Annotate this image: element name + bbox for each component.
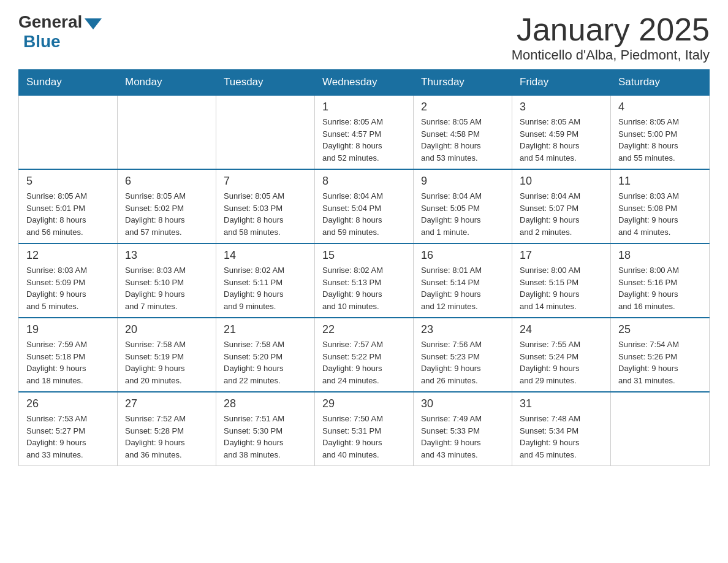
- calendar-day-30: 30Sunrise: 7:49 AMSunset: 5:33 PMDayligh…: [414, 392, 512, 466]
- day-number: 14: [224, 249, 307, 262]
- calendar-day-25: 25Sunrise: 7:54 AMSunset: 5:26 PMDayligh…: [611, 318, 710, 392]
- day-info: Sunrise: 8:03 AMSunset: 5:10 PMDaylight:…: [125, 264, 208, 312]
- calendar-day-18: 18Sunrise: 8:00 AMSunset: 5:16 PMDayligh…: [611, 243, 710, 318]
- day-number: 1: [322, 101, 406, 113]
- day-info: Sunrise: 7:58 AMSunset: 5:20 PMDaylight:…: [224, 339, 307, 386]
- day-number: 27: [125, 397, 208, 410]
- calendar-day-14: 14Sunrise: 8:02 AMSunset: 5:11 PMDayligh…: [216, 243, 315, 318]
- calendar-day-5: 5Sunrise: 8:05 AMSunset: 5:01 PMDaylight…: [19, 169, 118, 243]
- weekday-header-wednesday: Wednesday: [315, 70, 414, 96]
- weekday-header-monday: Monday: [118, 70, 216, 96]
- page-header: General Blue January 2025 Monticello d'A…: [18, 12, 710, 63]
- day-number: 8: [322, 175, 406, 188]
- calendar-day-empty: [118, 95, 216, 169]
- day-number: 22: [322, 323, 406, 336]
- calendar-day-7: 7Sunrise: 8:05 AMSunset: 5:03 PMDaylight…: [216, 169, 315, 243]
- location-title: Monticello d'Alba, Piedmont, Italy: [512, 47, 710, 63]
- logo-blue-text: Blue: [23, 32, 61, 52]
- calendar-day-31: 31Sunrise: 7:48 AMSunset: 5:34 PMDayligh…: [512, 392, 611, 466]
- calendar-day-24: 24Sunrise: 7:55 AMSunset: 5:24 PMDayligh…: [512, 318, 611, 392]
- day-number: 15: [322, 249, 406, 262]
- day-info: Sunrise: 8:03 AMSunset: 5:09 PMDaylight:…: [26, 264, 110, 312]
- day-info: Sunrise: 7:53 AMSunset: 5:27 PMDaylight:…: [26, 413, 110, 461]
- weekday-header-thursday: Thursday: [414, 70, 512, 96]
- calendar-day-6: 6Sunrise: 8:05 AMSunset: 5:02 PMDaylight…: [118, 169, 216, 243]
- day-number: 31: [520, 397, 603, 410]
- calendar-day-17: 17Sunrise: 8:00 AMSunset: 5:15 PMDayligh…: [512, 243, 611, 318]
- day-info: Sunrise: 8:05 AMSunset: 4:57 PMDaylight:…: [322, 116, 406, 164]
- day-info: Sunrise: 8:00 AMSunset: 5:15 PMDaylight:…: [520, 264, 603, 312]
- day-info: Sunrise: 7:58 AMSunset: 5:19 PMDaylight:…: [125, 339, 208, 386]
- day-info: Sunrise: 8:05 AMSunset: 5:02 PMDaylight:…: [125, 190, 208, 238]
- weekday-header-friday: Friday: [512, 70, 611, 96]
- logo-general-text: General: [18, 12, 82, 32]
- logo-arrow-icon: [85, 18, 102, 29]
- day-number: 23: [421, 323, 504, 336]
- day-info: Sunrise: 7:51 AMSunset: 5:30 PMDaylight:…: [224, 413, 307, 461]
- calendar-day-9: 9Sunrise: 8:04 AMSunset: 5:05 PMDaylight…: [414, 169, 512, 243]
- calendar-table: SundayMondayTuesdayWednesdayThursdayFrid…: [18, 69, 710, 466]
- day-number: 29: [322, 397, 406, 410]
- day-number: 6: [125, 175, 208, 188]
- calendar-day-empty: [216, 95, 315, 169]
- calendar-day-11: 11Sunrise: 8:03 AMSunset: 5:08 PMDayligh…: [611, 169, 710, 243]
- day-info: Sunrise: 7:49 AMSunset: 5:33 PMDaylight:…: [421, 413, 504, 461]
- day-info: Sunrise: 7:56 AMSunset: 5:23 PMDaylight:…: [421, 339, 504, 386]
- calendar-day-empty: [611, 392, 710, 466]
- day-info: Sunrise: 8:00 AMSunset: 5:16 PMDaylight:…: [618, 264, 702, 312]
- day-info: Sunrise: 7:54 AMSunset: 5:26 PMDaylight:…: [618, 339, 702, 386]
- day-number: 17: [520, 249, 603, 262]
- weekday-header-sunday: Sunday: [19, 70, 118, 96]
- month-year-title: January 2025: [512, 12, 710, 47]
- day-number: 7: [224, 175, 307, 188]
- weekday-header-saturday: Saturday: [611, 70, 710, 96]
- day-number: 30: [421, 397, 504, 410]
- day-number: 24: [520, 323, 603, 336]
- day-info: Sunrise: 8:01 AMSunset: 5:14 PMDaylight:…: [421, 264, 504, 312]
- day-number: 2: [421, 101, 504, 113]
- calendar-day-27: 27Sunrise: 7:52 AMSunset: 5:28 PMDayligh…: [118, 392, 216, 466]
- calendar-day-10: 10Sunrise: 8:04 AMSunset: 5:07 PMDayligh…: [512, 169, 611, 243]
- calendar-week-4: 19Sunrise: 7:59 AMSunset: 5:18 PMDayligh…: [19, 318, 710, 392]
- day-info: Sunrise: 8:04 AMSunset: 5:07 PMDaylight:…: [520, 190, 603, 238]
- calendar-day-4: 4Sunrise: 8:05 AMSunset: 5:00 PMDaylight…: [611, 95, 710, 169]
- calendar-day-13: 13Sunrise: 8:03 AMSunset: 5:10 PMDayligh…: [118, 243, 216, 318]
- day-info: Sunrise: 8:05 AMSunset: 4:59 PMDaylight:…: [520, 116, 603, 164]
- calendar-day-2: 2Sunrise: 8:05 AMSunset: 4:58 PMDaylight…: [414, 95, 512, 169]
- day-number: 21: [224, 323, 307, 336]
- day-number: 26: [26, 397, 110, 410]
- calendar-day-23: 23Sunrise: 7:56 AMSunset: 5:23 PMDayligh…: [414, 318, 512, 392]
- day-number: 11: [618, 175, 702, 188]
- logo: General Blue: [18, 12, 102, 52]
- day-info: Sunrise: 7:57 AMSunset: 5:22 PMDaylight:…: [322, 339, 406, 386]
- calendar-day-28: 28Sunrise: 7:51 AMSunset: 5:30 PMDayligh…: [216, 392, 315, 466]
- calendar-day-8: 8Sunrise: 8:04 AMSunset: 5:04 PMDaylight…: [315, 169, 414, 243]
- calendar-week-5: 26Sunrise: 7:53 AMSunset: 5:27 PMDayligh…: [19, 392, 710, 466]
- day-info: Sunrise: 8:02 AMSunset: 5:13 PMDaylight:…: [322, 264, 406, 312]
- day-info: Sunrise: 7:52 AMSunset: 5:28 PMDaylight:…: [125, 413, 208, 461]
- calendar-day-12: 12Sunrise: 8:03 AMSunset: 5:09 PMDayligh…: [19, 243, 118, 318]
- day-number: 5: [26, 175, 110, 188]
- calendar-day-19: 19Sunrise: 7:59 AMSunset: 5:18 PMDayligh…: [19, 318, 118, 392]
- day-info: Sunrise: 7:48 AMSunset: 5:34 PMDaylight:…: [520, 413, 603, 461]
- day-info: Sunrise: 7:55 AMSunset: 5:24 PMDaylight:…: [520, 339, 603, 386]
- calendar-week-2: 5Sunrise: 8:05 AMSunset: 5:01 PMDaylight…: [19, 169, 710, 243]
- day-info: Sunrise: 8:05 AMSunset: 5:00 PMDaylight:…: [618, 116, 702, 164]
- day-number: 25: [618, 323, 702, 336]
- day-number: 12: [26, 249, 110, 262]
- calendar-day-22: 22Sunrise: 7:57 AMSunset: 5:22 PMDayligh…: [315, 318, 414, 392]
- day-info: Sunrise: 8:02 AMSunset: 5:11 PMDaylight:…: [224, 264, 307, 312]
- day-number: 19: [26, 323, 110, 336]
- day-info: Sunrise: 8:04 AMSunset: 5:05 PMDaylight:…: [421, 190, 504, 238]
- calendar-week-3: 12Sunrise: 8:03 AMSunset: 5:09 PMDayligh…: [19, 243, 710, 318]
- day-number: 4: [618, 101, 702, 113]
- calendar-body: 1Sunrise: 8:05 AMSunset: 4:57 PMDaylight…: [19, 95, 710, 466]
- calendar-day-3: 3Sunrise: 8:05 AMSunset: 4:59 PMDaylight…: [512, 95, 611, 169]
- calendar-day-29: 29Sunrise: 7:50 AMSunset: 5:31 PMDayligh…: [315, 392, 414, 466]
- calendar-day-15: 15Sunrise: 8:02 AMSunset: 5:13 PMDayligh…: [315, 243, 414, 318]
- day-info: Sunrise: 8:03 AMSunset: 5:08 PMDaylight:…: [618, 190, 702, 238]
- day-number: 18: [618, 249, 702, 262]
- calendar-day-empty: [19, 95, 118, 169]
- calendar-day-26: 26Sunrise: 7:53 AMSunset: 5:27 PMDayligh…: [19, 392, 118, 466]
- day-info: Sunrise: 8:04 AMSunset: 5:04 PMDaylight:…: [322, 190, 406, 238]
